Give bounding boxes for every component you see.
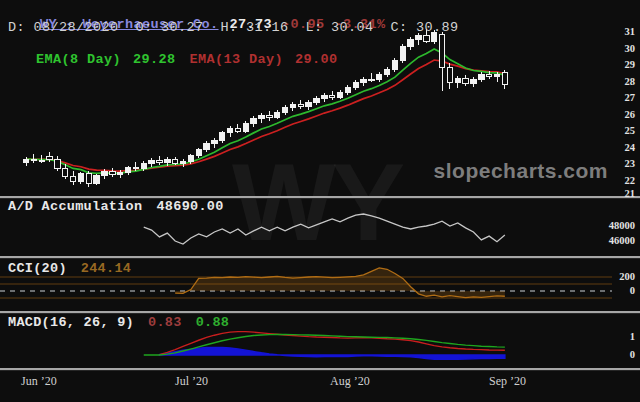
- ema-legend: EMA(8 Day)29.28EMA(13 Day)29.00: [2, 37, 338, 82]
- date-axis-label: Jul ’20: [175, 374, 208, 389]
- site-watermark: slopecharts.com: [434, 159, 608, 183]
- cci-axis-tick: 0: [595, 285, 635, 296]
- price-axis-tick: 31: [595, 26, 635, 37]
- ema8-value: 29.28: [133, 52, 176, 67]
- ad-label: A/D Accumulation: [8, 199, 142, 214]
- ad-axis-tick: 46000: [595, 235, 635, 246]
- ema13-label: EMA(13 Day): [190, 52, 284, 67]
- price-axis-tick: 30: [595, 43, 635, 54]
- macd-axis-tick: 0: [595, 349, 635, 360]
- cci-axis-tick: 200: [595, 271, 635, 282]
- panel-divider[interactable]: [0, 256, 640, 259]
- panel-divider[interactable]: [0, 311, 640, 314]
- slopecharts-app: WY WY - Weyerhaeuser Co.27.73-0.95-3.31%…: [0, 0, 640, 402]
- macd-label: MACD(16, 26, 9): [8, 315, 134, 330]
- ad-value: 48690.00: [156, 199, 223, 214]
- ema8-label: EMA(8 Day): [36, 52, 121, 67]
- macd-value: 0.83: [148, 315, 182, 330]
- price-axis-tick: 23: [595, 158, 635, 169]
- ad-axis-tick: 48000: [595, 220, 635, 231]
- macd-axis-tick: 1: [595, 331, 635, 342]
- ema13-value: 29.00: [295, 52, 338, 67]
- price-axis-tick: 28: [595, 76, 635, 87]
- macd-panel-label: MACD(16, 26, 9)0.830.88: [8, 315, 229, 330]
- ohlc-readout: D: 08/28/2020 O: 30.27 H: 31.16 L: 30.04…: [8, 20, 459, 35]
- price-axis-tick: 22: [595, 175, 635, 186]
- price-axis-tick: 27: [595, 92, 635, 103]
- price-axis-tick: 24: [595, 142, 635, 153]
- price-axis-tick: 26: [595, 109, 635, 120]
- date-axis-label: Sep ’20: [489, 374, 526, 389]
- date-axis-label: Aug ’20: [330, 374, 370, 389]
- macd-signal-value: 0.88: [196, 315, 230, 330]
- cci-panel-label: CCI(20)244.14: [8, 261, 131, 276]
- cci-value: 244.14: [81, 261, 131, 276]
- panel-divider[interactable]: [0, 368, 640, 371]
- cci-label: CCI(20): [8, 261, 67, 276]
- date-axis-label: Jun ’20: [21, 374, 57, 389]
- price-axis-tick: 21: [595, 188, 635, 199]
- price-axis-tick: 29: [595, 59, 635, 70]
- ad-panel-label: A/D Accumulation48690.00: [8, 199, 224, 214]
- price-axis-tick: 25: [595, 125, 635, 136]
